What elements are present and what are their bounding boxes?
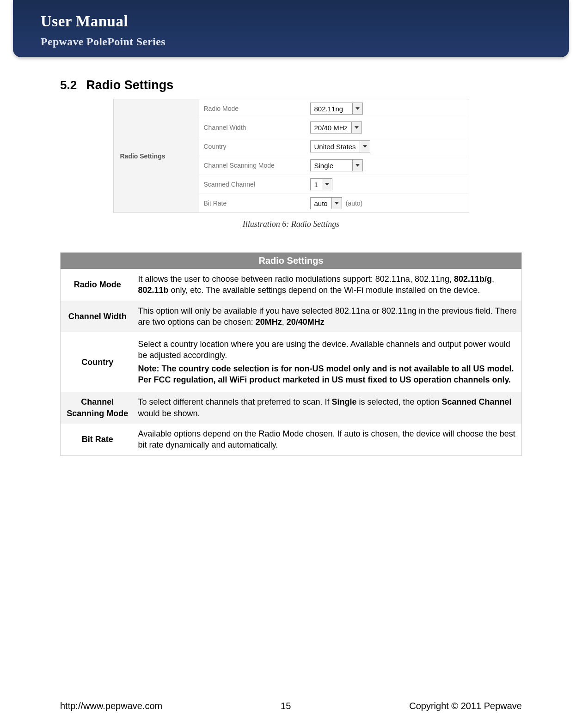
chevron-down-icon xyxy=(351,122,361,133)
select-value: auto xyxy=(311,200,331,207)
page-footer: http://www.pepwave.com 15 Copyright © 20… xyxy=(0,701,582,711)
section-title: Radio Settings xyxy=(86,78,173,92)
footer-url: http://www.pepwave.com xyxy=(60,701,162,711)
chevron-down-icon xyxy=(331,198,342,209)
row-channel-width: Channel Width 20/40 MHz xyxy=(199,118,469,137)
term-channel-width: Channel Width xyxy=(61,301,135,333)
doc-title: User Manual xyxy=(41,13,541,30)
chevron-down-icon xyxy=(352,103,362,114)
label-scanned-channel: Scanned Channel xyxy=(204,181,310,188)
page-content: 5.2 Radio Settings Radio Settings Radio … xyxy=(0,57,582,456)
select-radio-mode[interactable]: 802.11ng xyxy=(310,103,363,115)
chevron-down-icon xyxy=(322,179,332,190)
select-country[interactable]: United States xyxy=(310,140,370,152)
label-scan-mode: Channel Scanning Mode xyxy=(204,162,310,169)
table-row: Channel Width This option will only be a… xyxy=(61,301,522,333)
doc-subtitle: Pepwave PolePoint Series xyxy=(41,36,541,48)
row-bit-rate: Bit Rate auto (auto) xyxy=(199,194,469,212)
doc-banner: User Manual Pepwave PolePoint Series xyxy=(13,0,569,57)
select-value: Single xyxy=(311,162,352,170)
desc-scan-mode: To select different channels that prefer… xyxy=(135,392,522,424)
desc-table-header: Radio Settings xyxy=(61,253,522,269)
label-country: Country xyxy=(204,143,310,150)
select-channel-width[interactable]: 20/40 MHz xyxy=(310,121,362,133)
row-scan-mode: Channel Scanning Mode Single xyxy=(199,156,469,175)
radio-settings-panel: Radio Settings Radio Mode 802.11ng Chann… xyxy=(113,99,469,213)
table-row: Bit Rate Available options depend on the… xyxy=(61,424,522,455)
table-row: Country Select a country location where … xyxy=(61,332,522,392)
chevron-down-icon xyxy=(352,160,362,171)
label-bit-rate: Bit Rate xyxy=(204,200,310,207)
label-radio-mode: Radio Mode xyxy=(204,105,310,112)
select-value: 20/40 MHz xyxy=(311,124,352,132)
select-value: United States xyxy=(311,143,360,151)
select-bit-rate[interactable]: auto xyxy=(310,197,342,209)
illustration-caption: Illustration 6: Radio Settings xyxy=(60,219,522,229)
term-scan-mode: Channel Scanning Mode xyxy=(61,392,135,424)
select-value: 802.11ng xyxy=(311,105,352,113)
bit-rate-hint: (auto) xyxy=(346,200,363,207)
desc-country: Select a country location where you are … xyxy=(135,332,522,392)
row-country: Country United States xyxy=(199,137,469,156)
term-country: Country xyxy=(61,332,135,392)
term-radio-mode: Radio Mode xyxy=(61,269,135,301)
desc-channel-width: This option will only be available if yo… xyxy=(135,301,522,333)
label-channel-width: Channel Width xyxy=(204,124,310,131)
desc-bit-rate: Available options depend on the Radio Mo… xyxy=(135,424,522,455)
footer-copyright: Copyright © 2011 Pepwave xyxy=(409,701,522,711)
row-radio-mode: Radio Mode 802.11ng xyxy=(199,99,469,118)
panel-side-label: Radio Settings xyxy=(114,99,199,212)
chevron-down-icon xyxy=(360,141,370,152)
page-number: 15 xyxy=(281,701,291,711)
table-row: Channel Scanning Mode To select differen… xyxy=(61,392,522,424)
row-scanned-channel: Scanned Channel 1 xyxy=(199,175,469,194)
term-bit-rate: Bit Rate xyxy=(61,424,135,455)
section-heading: 5.2 Radio Settings xyxy=(60,78,522,92)
desc-table: Radio Settings Radio Mode It allows the … xyxy=(60,252,522,456)
desc-radio-mode: It allows the user to choose between rad… xyxy=(135,269,522,301)
select-scanned-channel[interactable]: 1 xyxy=(310,178,332,190)
section-number: 5.2 xyxy=(60,78,77,92)
select-scan-mode[interactable]: Single xyxy=(310,159,363,171)
table-row: Radio Mode It allows the user to choose … xyxy=(61,269,522,301)
select-value: 1 xyxy=(311,181,322,188)
